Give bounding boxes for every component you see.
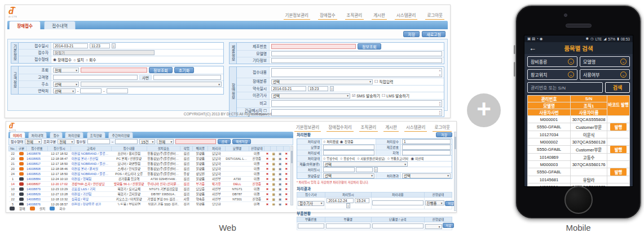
dispatch-icon[interactable]: ▣ — [279, 157, 281, 160]
excel-download-button[interactable]: 엑셀저장 — [232, 139, 251, 144]
table-row[interactable]: 121400882912-27 13:28이천점 / 가전팀복합기 / 급지불량… — [9, 192, 290, 197]
count-input[interactable]: 1 — [402, 139, 451, 144]
lms-checkbox[interactable]: ☐LMS 발송하기 — [382, 93, 409, 98]
mobile-filter-모델명[interactable]: 모델명⌄ — [580, 56, 630, 67]
recv-date-input[interactable]: 2014-03-21 — [53, 43, 88, 48]
query-input[interactable] — [81, 68, 147, 73]
area-input[interactable] — [402, 150, 451, 155]
receipt-no-link[interactable]: 14008879 — [26, 187, 48, 192]
delete-icon[interactable]: ✖ — [266, 182, 269, 186]
report-icon[interactable]: ▦ — [272, 157, 275, 160]
report-icon[interactable]: ▦ — [272, 177, 275, 181]
cancel-icon[interactable]: ✖ — [285, 172, 288, 176]
report-icon[interactable]: ▦ — [272, 203, 275, 205]
recv-type-radio[interactable]: ◉장애접수 — [53, 57, 72, 62]
table-row[interactable]: 221400887812-17 18:52이천점 NOBRAND / 물류지원팀… — [9, 151, 290, 156]
cell-client[interactable]: 경성TKR-소자 / 안전상담 — [71, 182, 111, 187]
cell-client[interactable]: 이천점 본사 / 문서실 — [71, 167, 111, 172]
dispatch-icon[interactable]: ▣ — [279, 192, 281, 196]
dispatch-icon[interactable]: ▣ — [279, 177, 281, 181]
cancel-icon[interactable]: ✖ — [285, 157, 288, 160]
dispatch-icon[interactable]: ▣ — [279, 172, 281, 176]
table-row[interactable]: 221400885312-18 13:32심곡점 / 확장키오스크 / 터치불량… — [9, 197, 290, 202]
receipt-no-link[interactable]: 14008808 — [26, 167, 48, 172]
dispatch-icon[interactable]: ▣ — [279, 182, 281, 186]
report-icon[interactable]: ▦ — [272, 182, 275, 186]
product-sub-select[interactable]: 선택▾ — [323, 162, 408, 167]
filter-type-select[interactable]: 전체▾ — [25, 139, 42, 144]
serial-input[interactable] — [271, 44, 356, 49]
result-engineer-select[interactable]: 접수기사▾ — [298, 201, 324, 206]
cancel-icon[interactable]: ✖ — [285, 167, 288, 171]
serial-search-input[interactable]: 관리번호 또는 S/N — [527, 82, 603, 93]
list-tab[interactable]: 주간처리현황 — [108, 132, 133, 138]
mobile-filter-창고위치[interactable]: 창고위치⌄ — [527, 69, 577, 80]
promise-date-input[interactable]: 2014-03-21 — [271, 86, 306, 91]
delete-icon[interactable]: ✖ — [266, 172, 269, 176]
product-info-button[interactable]: 정보조회 — [358, 43, 381, 50]
issue-button[interactable]: 발행 — [610, 123, 627, 131]
detail-model-input[interactable] — [323, 145, 374, 150]
delete-icon[interactable]: ✖ — [266, 203, 269, 205]
result-content-input[interactable] — [372, 200, 424, 205]
query-select[interactable]: 전체▾ — [53, 68, 79, 73]
list-tab[interactable]: 처리내역 — [28, 132, 47, 138]
receipt-no-link[interactable]: 14008878 — [26, 151, 48, 156]
nav-item[interactable]: 시스템관리 — [404, 124, 427, 132]
receipt-no-link[interactable]: 14008805 — [26, 156, 48, 162]
list-search-button[interactable]: 검색 — [218, 139, 231, 144]
result-time-input[interactable]: 15:24 — [355, 198, 369, 203]
report-icon[interactable]: ▦ — [272, 192, 275, 196]
receipt-no-link[interactable]: 14008817 — [26, 162, 48, 167]
table-row[interactable]: 101400887912-23 13:29김포점 L&S / 기획복합기 / 토… — [9, 187, 290, 192]
mobile-search-button[interactable]: 검색 — [605, 82, 630, 93]
cell-client[interactable]: 심곡점 / 확장 — [71, 197, 111, 202]
process-type-radio[interactable]: ◉미선택 — [411, 156, 424, 161]
filter-rows-select[interactable]: 15건▾ — [139, 139, 155, 144]
list-tab[interactable]: 접수 — [50, 132, 63, 138]
promise-time-input[interactable]: 15:23 — [308, 86, 328, 91]
delete-icon[interactable]: ✖ — [266, 162, 269, 165]
delete-icon[interactable]: ✖ — [266, 177, 269, 181]
note-textarea[interactable]: ∧∨ — [271, 100, 442, 107]
list-tab[interactable]: 미처리 — [10, 132, 25, 138]
save-button[interactable]: 저장 — [403, 31, 420, 37]
cell-client[interactable]: 이천점 / 가전팀 — [71, 192, 111, 197]
table-row[interactable]: 201400880812-18 08:46이천점 본사 / 문서실스캐너 / 인… — [9, 167, 290, 172]
receipt-no-link[interactable]: 14008807 — [26, 182, 48, 187]
mobile-filter-장비종류[interactable]: 장비종류⌄ — [527, 56, 577, 67]
process-type-radio[interactable]: ○사용설명(전화상담) — [357, 156, 385, 161]
nav-item[interactable]: 기본정보관리 — [284, 12, 310, 20]
detail-serial-input[interactable] — [402, 145, 451, 150]
receipt-no-link[interactable]: 14008829 — [26, 192, 48, 197]
phone-select[interactable]: 선택▾ — [53, 88, 76, 93]
tab-inactive[interactable]: 접수내역 — [44, 21, 76, 29]
empno-input[interactable] — [153, 75, 221, 80]
cell-client[interactable]: 이천점 본사 / 전산팀 — [71, 156, 111, 162]
process-type-radio[interactable]: ○부품출고/기타 — [387, 156, 409, 161]
recv-time-input[interactable]: 11:23 — [90, 43, 110, 48]
etc-info-input[interactable] — [271, 58, 442, 63]
dispatch-icon[interactable]: ▣ — [279, 203, 281, 205]
cancel-icon[interactable]: ✖ — [285, 198, 288, 201]
detail-detail-input[interactable] — [323, 150, 374, 155]
engineer-select[interactable]: 선택▾ — [271, 93, 350, 98]
address-select[interactable]: 선택▾ — [53, 82, 79, 87]
filter-date-to-input[interactable] — [115, 139, 138, 144]
customer-reset-button[interactable]: 초기화 — [174, 67, 194, 73]
nav-item[interactable]: 로그아웃 — [433, 124, 452, 132]
table-row[interactable]: 211400881712-17 18:50이천점 NOBRAND / 물산창고팀… — [9, 162, 290, 167]
result-date-input[interactable]: 2014-12-24 — [327, 198, 354, 203]
process-date-input[interactable] — [323, 167, 355, 172]
recv-type-radio[interactable]: ○회수 — [86, 57, 96, 62]
model-input[interactable] — [271, 51, 442, 56]
sms-checkbox[interactable]: ☑SMS 발송하기 — [352, 93, 380, 98]
detail-save-button[interactable]: 저장 — [436, 132, 452, 137]
report-icon[interactable]: ▦ — [272, 198, 275, 201]
filter-status-select[interactable]: 전체▾ — [157, 139, 174, 144]
receipt-no-link[interactable]: 14008853 — [26, 197, 48, 202]
direct-input-checkbox[interactable]: ☐직접입력 — [374, 79, 393, 84]
phone-last-input[interactable] — [107, 88, 128, 93]
customer-name-input[interactable] — [53, 75, 138, 80]
fault-class-select[interactable]: 선택▾ — [271, 79, 373, 84]
